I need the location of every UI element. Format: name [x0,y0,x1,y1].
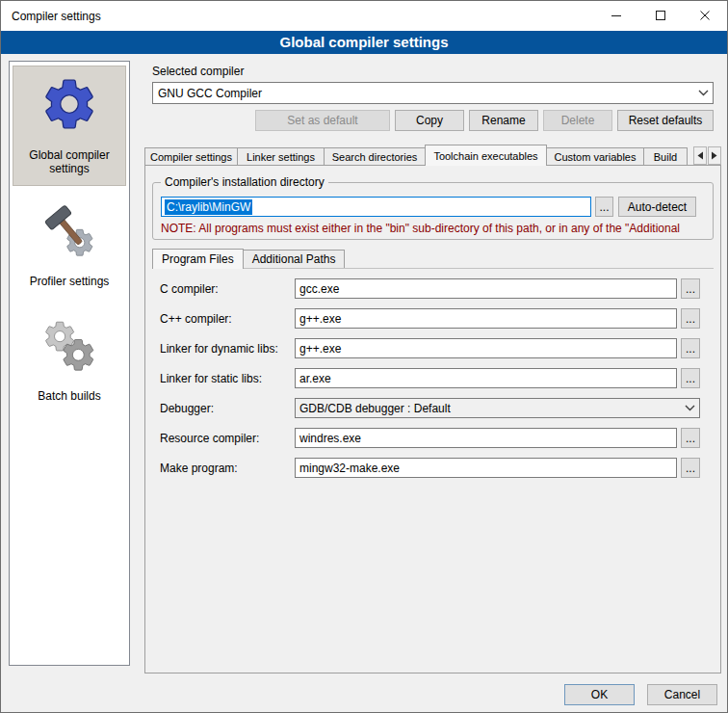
sidebar-item-batch-builds[interactable]: Batch builds [13,308,126,413]
set-as-default-button[interactable]: Set as default [255,110,390,131]
sidebar-item-global-compiler-settings[interactable]: Global compiler settings [13,66,126,186]
resource-compiler-label: Resource compiler: [160,432,259,445]
browse-directory-button[interactable]: ... [595,197,613,217]
make-program-row: Make program: mingw32-make.exe ... [160,458,714,478]
make-program-label: Make program: [160,462,238,475]
sidebar-item-label: Batch builds [38,389,100,403]
chevron-down-icon [693,83,713,103]
ok-button[interactable]: OK [564,684,635,705]
installation-directory-value: C:\raylib\MinGW [165,199,252,215]
installation-directory-input[interactable]: C:\raylib\MinGW [161,197,591,217]
bin-subdirectory-note: NOTE: All programs must exist either in … [161,222,706,235]
dialog-header: Global compiler settings [1,31,727,54]
rename-button[interactable]: Rename [469,110,538,131]
tab-scroll-left-button[interactable] [693,146,707,165]
global-compiler-gear-icon [39,74,99,137]
delete-button[interactable]: Delete [543,110,612,131]
c-compiler-label: C compiler: [160,282,219,296]
selected-compiler-dropdown[interactable]: GNU GCC Compiler [152,82,714,104]
cpp-compiler-label: C++ compiler: [160,312,232,326]
compiler-actions: Set as default Copy Rename Delete Reset … [152,110,714,131]
sidebar-item-profiler-settings[interactable]: Profiler settings [13,196,126,299]
sidebar-item-label: Global compiler settings [15,148,123,175]
maximize-icon [656,10,665,23]
debugger-label: Debugger: [160,402,214,415]
arrow-right-icon [711,149,718,163]
tab-additional-paths[interactable]: Additional Paths [243,250,346,268]
tab-custom-variables[interactable]: Custom variables [546,147,644,165]
close-icon [700,10,710,23]
static-linker-label: Linker for static libs: [160,372,262,385]
selected-compiler-label: Selected compiler [152,65,244,78]
static-linker-browse-button[interactable]: ... [681,368,700,388]
static-linker-row: Linker for static libs: ar.exe ... [160,368,714,388]
cpp-compiler-row: C++ compiler: g++.exe ... [160,308,714,329]
tab-build-options[interactable]: Build [643,147,688,165]
reset-defaults-button[interactable]: Reset defaults [617,110,714,131]
copy-button[interactable]: Copy [395,110,464,131]
c-compiler-input[interactable]: gcc.exe [295,278,677,299]
cpp-compiler-browse-button[interactable]: ... [681,308,700,329]
cpp-compiler-input[interactable]: g++.exe [295,308,677,329]
chevron-down-icon [680,399,699,417]
tab-compiler-settings[interactable]: Compiler settings [144,147,238,165]
profiler-hammer-icon [41,204,97,263]
tab-program-files[interactable]: Program Files [152,249,244,269]
group-title: Compiler's installation directory [161,175,328,189]
window-title: Compiler settings [12,10,101,23]
tab-scroll-right-button[interactable] [708,146,721,165]
dynamic-linker-input[interactable]: g++.exe [295,338,677,358]
c-compiler-row: C compiler: gcc.exe ... [160,278,714,299]
make-program-browse-button[interactable]: ... [681,458,700,478]
debugger-row: Debugger: GDB/CDB debugger : Default [160,398,714,418]
tab-linker-settings[interactable]: Linker settings [237,147,325,165]
compiler-settings-window: Compiler settings Global compiler settin… [0,0,728,713]
debugger-value: GDB/CDB debugger : Default [299,402,680,415]
window-controls [594,1,727,31]
installation-directory-group: Compiler's installation directory C:\ray… [152,182,714,240]
settings-tab-strip: Compiler settings Linker settings Search… [144,145,692,167]
dynamic-linker-browse-button[interactable]: ... [681,338,700,358]
batch-builds-gears-icon [40,317,98,378]
cancel-button[interactable]: Cancel [647,684,717,705]
arrow-left-icon [696,149,704,163]
settings-category-list: Global compiler settings Profiler settin… [9,61,130,666]
tab-toolchain-executables[interactable]: Toolchain executables [425,145,547,166]
resource-compiler-browse-button[interactable]: ... [681,428,700,448]
resource-compiler-row: Resource compiler: windres.exe ... [160,428,714,448]
minimize-button[interactable] [594,1,638,31]
minimize-icon [611,10,621,23]
tab-search-directories[interactable]: Search directories [324,147,426,165]
resource-compiler-input[interactable]: windres.exe [295,428,677,448]
close-button[interactable] [683,1,727,31]
title-bar: Compiler settings [1,1,727,31]
program-files-tab-strip: Program Files Additional Paths [152,249,345,268]
dynamic-linker-label: Linker for dynamic libs: [160,342,278,356]
dynamic-linker-row: Linker for dynamic libs: g++.exe ... [160,338,714,358]
make-program-input[interactable]: mingw32-make.exe [295,458,677,478]
sidebar-item-label: Profiler settings [30,275,110,288]
selected-compiler-value: GNU GCC Compiler [153,87,693,100]
auto-detect-button[interactable]: Auto-detect [618,197,696,217]
static-linker-input[interactable]: ar.exe [295,368,677,388]
toolchain-executables-page [144,165,721,673]
maximize-button[interactable] [638,1,683,31]
debugger-dropdown[interactable]: GDB/CDB debugger : Default [295,398,700,418]
c-compiler-browse-button[interactable]: ... [681,278,700,299]
